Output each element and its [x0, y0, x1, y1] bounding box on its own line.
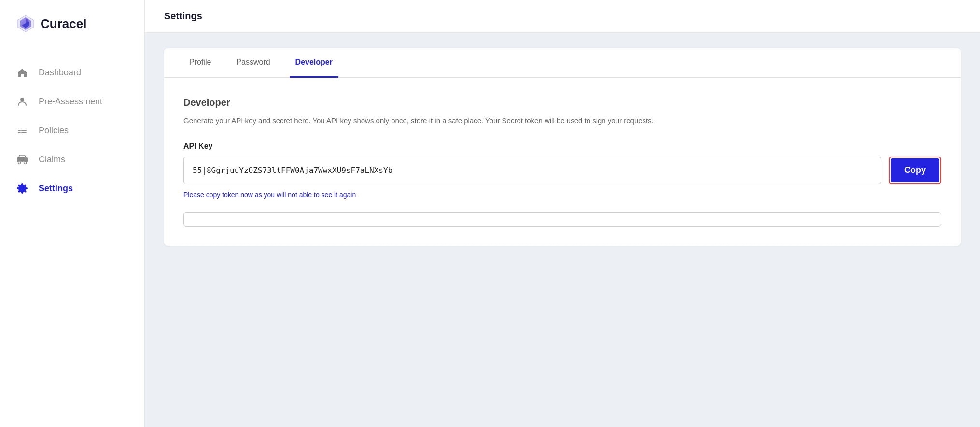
- svg-rect-16: [20, 161, 22, 162]
- copy-button[interactable]: Copy: [891, 158, 939, 182]
- api-key-input[interactable]: [183, 157, 881, 184]
- api-key-label: API Key: [183, 142, 941, 151]
- tab-developer[interactable]: Developer: [290, 48, 338, 78]
- sidebar-item-policies[interactable]: Policies: [0, 117, 144, 144]
- sidebar-item-dashboard[interactable]: Dashboard: [0, 59, 144, 86]
- gear-icon: [15, 182, 29, 195]
- sidebar-item-settings-label: Settings: [39, 184, 73, 194]
- content-area: Profile Password Developer Developer Gen…: [145, 33, 980, 427]
- settings-card: Profile Password Developer Developer Gen…: [164, 48, 961, 246]
- sidebar-item-claims-label: Claims: [39, 155, 65, 165]
- developer-description: Generate your API key and secret here. Y…: [183, 115, 941, 127]
- tab-password[interactable]: Password: [230, 48, 276, 78]
- main-content: Settings Profile Password Developer Deve…: [145, 0, 980, 427]
- logo-area: Curacel: [0, 0, 144, 49]
- home-icon: [15, 66, 29, 79]
- svg-point-5: [20, 98, 24, 101]
- svg-point-13: [18, 162, 21, 164]
- tab-profile[interactable]: Profile: [183, 48, 217, 78]
- sidebar-item-policies-label: Policies: [39, 126, 69, 136]
- sidebar-item-claims[interactable]: Claims: [0, 146, 144, 173]
- sidebar-item-pre-assessment-label: Pre-Assessment: [39, 97, 102, 107]
- sidebar-item-settings[interactable]: Settings: [0, 175, 144, 202]
- sidebar: Curacel Dashboard Pre-Assessment: [0, 0, 145, 427]
- developer-title: Developer: [183, 97, 941, 108]
- person-icon: [15, 95, 29, 108]
- curacel-logo-icon: [15, 14, 36, 34]
- tabs-bar: Profile Password Developer: [164, 48, 961, 78]
- svg-rect-15: [18, 161, 20, 162]
- svg-rect-17: [23, 161, 25, 162]
- developer-section: Developer Generate your API key and secr…: [164, 78, 961, 246]
- copy-button-wrapper: Copy: [889, 157, 941, 184]
- api-key-row: Copy: [183, 157, 941, 184]
- token-warning: Please copy token now as you will not ab…: [183, 191, 941, 199]
- nav-menu: Dashboard Pre-Assessment: [0, 49, 144, 212]
- list-icon: [15, 124, 29, 137]
- sidebar-item-dashboard-label: Dashboard: [39, 68, 81, 78]
- page-header: Settings: [145, 0, 980, 33]
- secret-token-row: [183, 212, 941, 227]
- car-icon: [15, 153, 29, 166]
- page-title: Settings: [164, 11, 961, 22]
- sidebar-item-pre-assessment[interactable]: Pre-Assessment: [0, 88, 144, 115]
- logo-text: Curacel: [41, 16, 86, 31]
- svg-point-14: [24, 162, 27, 164]
